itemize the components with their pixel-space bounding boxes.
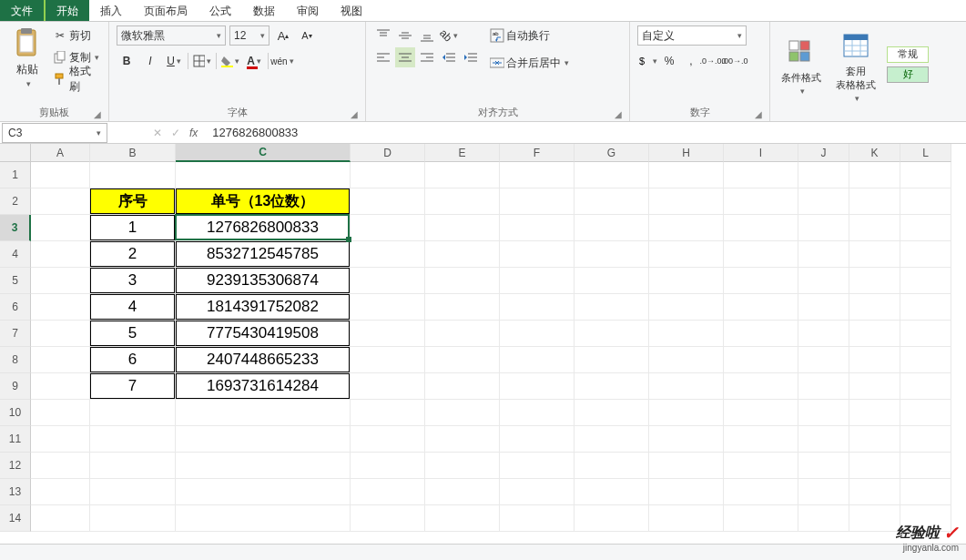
cell-G6[interactable] [575,294,649,321]
cell-C10[interactable] [176,400,351,426]
cell-C2[interactable]: 单号（13位数） [176,188,351,215]
cell-A13[interactable] [31,479,90,505]
cell-I7[interactable] [724,321,798,347]
cell-B12[interactable] [90,453,176,479]
cell-D3[interactable] [351,215,425,241]
cell-F1[interactable] [500,162,575,188]
dialog-launcher-icon[interactable]: ◢ [615,109,622,119]
cell-L9[interactable] [900,373,951,400]
cell-F10[interactable] [500,400,575,426]
cell-F12[interactable] [500,453,575,479]
cell-D10[interactable] [351,400,425,426]
decrease-indent-button[interactable] [439,47,459,67]
font-size-select[interactable]: 12▾ [229,25,269,46]
cell-C7[interactable]: 7775430419508 [176,321,351,347]
dialog-launcher-icon[interactable]: ◢ [94,109,101,119]
cell-A5[interactable] [31,268,90,294]
row-header-7[interactable]: 7 [0,321,31,347]
cell-K12[interactable] [849,453,900,479]
cell-F13[interactable] [500,479,575,505]
cell-G3[interactable] [575,215,649,241]
cell-K8[interactable] [849,347,900,373]
bold-button[interactable]: B [117,51,137,71]
cell-H10[interactable] [649,400,724,426]
row-header-5[interactable]: 5 [0,268,31,294]
cell-D7[interactable] [351,321,425,347]
cell-C12[interactable] [176,453,351,479]
cell-J6[interactable] [798,294,849,321]
cell-G9[interactable] [575,373,649,400]
cell-L4[interactable] [900,241,951,268]
cell-J9[interactable] [798,373,849,400]
cell-B4[interactable]: 2 [90,241,176,268]
decrease-font-button[interactable]: A▾ [297,25,317,46]
cell-K13[interactable] [849,479,900,505]
cell-J10[interactable] [798,400,849,426]
name-box[interactable]: C3 ▾ [2,123,107,143]
cell-G1[interactable] [575,162,649,188]
column-header-K[interactable]: K [849,144,900,162]
currency-button[interactable]: $▾ [637,51,657,71]
tab-file[interactable]: 文件 [0,0,44,21]
dialog-launcher-icon[interactable]: ◢ [755,109,762,119]
cell-A7[interactable] [31,321,90,347]
cell-F14[interactable] [500,505,575,532]
cell-L5[interactable] [900,268,951,294]
cell-J7[interactable] [798,321,849,347]
increase-font-button[interactable]: A▴ [273,25,293,46]
cell-H14[interactable] [649,505,724,532]
orientation-button[interactable]: ab▾ [439,25,459,46]
cell-D11[interactable] [351,426,425,453]
column-header-A[interactable]: A [31,144,90,162]
cell-J2[interactable] [798,188,849,215]
percent-button[interactable]: % [659,51,679,71]
increase-decimal-button[interactable]: .0→.00 [703,51,723,71]
cell-J14[interactable] [798,505,849,532]
column-header-B[interactable]: B [90,144,176,162]
cell-C4[interactable]: 8532712545785 [176,241,351,268]
tab-insert[interactable]: 插入 [89,0,133,21]
cell-K14[interactable] [849,505,900,532]
borders-button[interactable]: ▾ [192,51,212,71]
cell-E1[interactable] [425,162,500,188]
phonetic-button[interactable]: wén▾ [272,51,292,71]
cell-D12[interactable] [351,453,425,479]
cell-K3[interactable] [849,215,900,241]
cell-E11[interactable] [425,426,500,453]
cell-L3[interactable] [900,215,951,241]
cell-G4[interactable] [575,241,649,268]
tab-start[interactable]: 开始 [44,0,89,21]
cell-E2[interactable] [425,188,500,215]
cell-K5[interactable] [849,268,900,294]
spreadsheet-grid[interactable]: 1234567891011121314 ABCDEFGHIJKL 序号单号（13… [0,144,966,544]
cell-G8[interactable] [575,347,649,373]
cell-G11[interactable] [575,426,649,453]
font-name-select[interactable]: 微软雅黑▾ [117,25,226,46]
cell-J5[interactable] [798,268,849,294]
cell-B6[interactable]: 4 [90,294,176,321]
row-header-9[interactable]: 9 [0,373,31,400]
cell-F3[interactable] [500,215,575,241]
tab-view[interactable]: 视图 [330,0,373,21]
cell-K4[interactable] [849,241,900,268]
cell-F8[interactable] [500,347,575,373]
cell-B14[interactable] [90,505,176,532]
cell-B13[interactable] [90,479,176,505]
align-right-button[interactable] [417,47,437,67]
cell-H1[interactable] [649,162,724,188]
cell-B10[interactable] [90,400,176,426]
align-left-button[interactable] [373,47,393,67]
cell-H11[interactable] [649,426,724,453]
cell-I5[interactable] [724,268,798,294]
cell-H2[interactable] [649,188,724,215]
cell-H4[interactable] [649,241,724,268]
cell-L13[interactable] [900,479,951,505]
cell-E5[interactable] [425,268,500,294]
column-header-L[interactable]: L [900,144,951,162]
column-header-J[interactable]: J [798,144,849,162]
cell-I11[interactable] [724,426,798,453]
cell-B1[interactable] [90,162,176,188]
cell-I4[interactable] [724,241,798,268]
cell-I9[interactable] [724,373,798,400]
cell-C13[interactable] [176,479,351,505]
